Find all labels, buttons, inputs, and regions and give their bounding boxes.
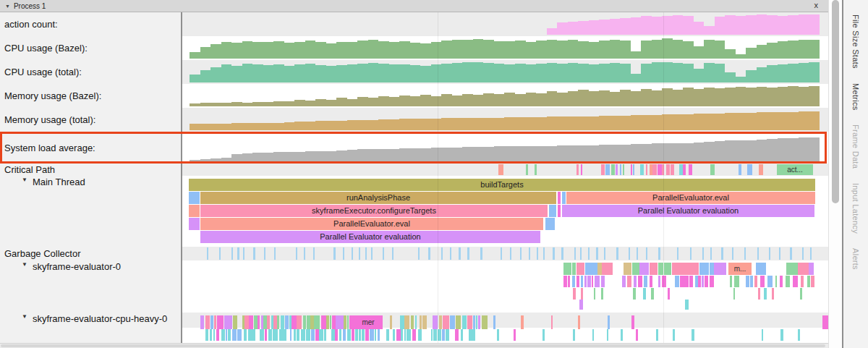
trace-slice[interactable] [219, 247, 221, 260]
trace-slice[interactable] [321, 315, 326, 329]
trace-slice[interactable] [710, 247, 712, 260]
trace-slice[interactable] [545, 218, 555, 230]
trace-slice[interactable]: ParallelEvaluator.eval [200, 218, 543, 230]
trace-slice[interactable] [433, 315, 438, 329]
trace-slice[interactable] [307, 315, 310, 329]
trace-slice[interactable] [265, 329, 267, 341]
trace-slice[interactable] [801, 276, 804, 287]
tab-input-latency[interactable]: Input Latency [851, 183, 860, 234]
trace-slice[interactable] [370, 329, 374, 341]
trace-slice[interactable] [254, 315, 258, 329]
trace-slice[interactable] [303, 315, 306, 329]
trace-slice[interactable] [189, 192, 200, 204]
trace-slice[interactable] [420, 315, 422, 329]
trace-slice[interactable] [551, 315, 553, 329]
trace-slice[interactable] [267, 315, 270, 329]
trace-slice[interactable] [473, 315, 475, 329]
trace-slice[interactable] [793, 276, 797, 287]
trace-slice[interactable] [689, 276, 694, 287]
trace-slice-labeled[interactable]: mer [354, 315, 383, 329]
trace-slice[interactable] [710, 276, 714, 287]
trace-slice[interactable] [428, 247, 430, 260]
trace-slice[interactable] [638, 276, 642, 287]
skyframe-evaluator-0-track[interactable]: m... [182, 260, 828, 313]
trace-slice[interactable] [580, 247, 582, 260]
trace-slice[interactable] [549, 205, 556, 217]
trace-slice[interactable] [637, 247, 638, 260]
trace-slice[interactable] [779, 247, 780, 260]
close-button[interactable]: x [814, 1, 819, 9]
trace-slice[interactable] [264, 247, 265, 260]
trace-slice[interactable] [396, 329, 400, 341]
trace-slice[interactable] [390, 315, 392, 329]
trace-slice[interactable] [244, 329, 247, 341]
skyframe-evaluator-cpu-heavy-0-track[interactable]: mer [182, 313, 828, 343]
trace-slice[interactable] [602, 263, 613, 275]
trace-slice[interactable] [371, 247, 373, 260]
trace-slice-labeled[interactable]: act... [777, 164, 813, 175]
trace-slice[interactable] [237, 247, 239, 260]
trace-slice[interactable] [702, 247, 704, 260]
main-thread-track[interactable]: buildTargetsrunAnalysisPhaseParallelEval… [182, 176, 828, 247]
trace-slice[interactable] [542, 329, 545, 341]
counter-chart-action-count[interactable] [182, 12, 828, 36]
trace-slice[interactable] [668, 288, 669, 300]
trace-slice[interactable] [365, 329, 369, 341]
trace-slice[interactable] [664, 263, 672, 275]
trace-slice[interactable] [732, 247, 733, 260]
trace-slice[interactable] [392, 247, 393, 260]
trace-slice[interactable] [798, 263, 808, 275]
trace-slice[interactable] [529, 247, 530, 260]
trace-slice[interactable] [314, 315, 319, 329]
trace-slice[interactable]: buildTargets [189, 179, 815, 191]
trace-slice[interactable] [608, 315, 610, 329]
vertical-scrollbar-thumb[interactable] [832, 0, 839, 203]
trace-slice[interactable]: ParallelEvaluator.eval [566, 192, 815, 204]
trace-slice[interactable] [418, 329, 421, 341]
trace-slice[interactable] [573, 288, 576, 300]
trace-slice[interactable] [574, 247, 576, 260]
trace-slice[interactable] [769, 247, 770, 260]
trace-slice[interactable] [281, 315, 285, 329]
trace-slice[interactable] [585, 263, 597, 275]
trace-slice[interactable] [501, 247, 502, 260]
trace-slice[interactable] [775, 276, 777, 287]
trace-slice[interactable] [306, 329, 310, 341]
trace-slice[interactable] [764, 288, 766, 300]
trace-slice[interactable] [378, 329, 380, 341]
trace-slice[interactable] [339, 329, 342, 341]
collapse-triangle-icon[interactable]: ▼ [5, 4, 10, 9]
trace-slice[interactable] [760, 276, 765, 287]
trace-slice[interactable] [744, 247, 746, 260]
trace-slice[interactable] [285, 315, 289, 329]
trace-slice[interactable] [441, 247, 443, 260]
trace-slice[interactable] [573, 329, 574, 341]
trace-slice[interactable] [652, 164, 656, 175]
trace-slice[interactable] [692, 329, 694, 341]
trace-slice[interactable] [401, 329, 403, 341]
trace-slice[interactable] [780, 329, 783, 341]
trace-slice[interactable] [646, 164, 648, 175]
trace-slice[interactable] [646, 247, 647, 260]
trace-slice[interactable] [442, 329, 446, 341]
trace-slice[interactable] [758, 288, 760, 300]
trace-slice[interactable] [332, 315, 336, 329]
trace-slice[interactable] [594, 288, 595, 300]
trace-slice[interactable] [476, 315, 477, 329]
trace-slice-labeled[interactable]: m... [728, 263, 752, 275]
trace-slice[interactable] [597, 263, 602, 275]
trace-slice[interactable] [656, 329, 658, 341]
trace-slice[interactable] [260, 329, 264, 341]
trace-slice[interactable] [347, 329, 351, 341]
trace-slice[interactable] [685, 300, 689, 310]
trace-slice[interactable] [588, 247, 590, 260]
trace-slice[interactable] [290, 329, 292, 341]
trace-slice[interactable] [553, 247, 554, 260]
trace-slice[interactable] [277, 315, 279, 329]
trace-slice[interactable] [683, 164, 685, 175]
trace-slice[interactable] [684, 276, 689, 287]
trace-slice[interactable] [274, 247, 276, 260]
trace-slice[interactable] [386, 329, 389, 341]
trace-slice[interactable] [497, 329, 499, 341]
trace-slice[interactable] [359, 329, 361, 341]
